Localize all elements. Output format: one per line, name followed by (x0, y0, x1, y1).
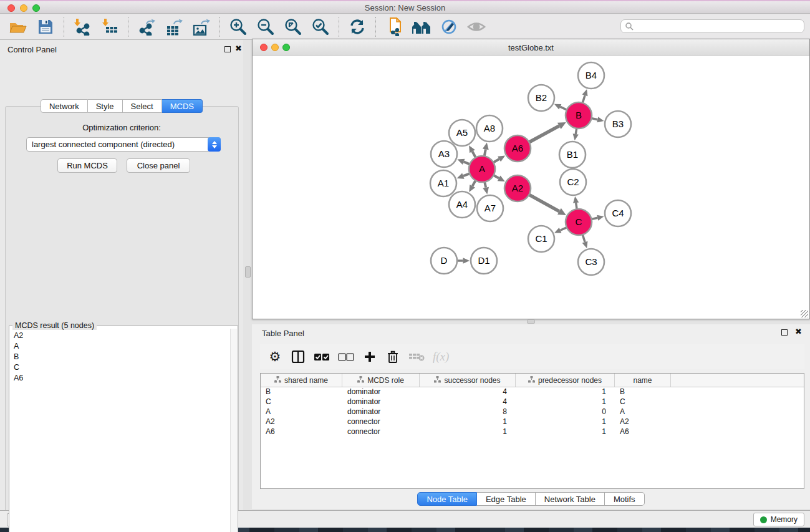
resize-grip-icon[interactable] (801, 310, 808, 317)
graph-node-A1[interactable]: A1 (430, 170, 456, 196)
graph-node-B3[interactable]: B3 (605, 111, 631, 137)
cell-MCDS-role[interactable]: dominator (342, 397, 420, 407)
cell-predecessor-nodes[interactable]: 1 (516, 417, 615, 427)
delete-row-icon[interactable] (385, 348, 400, 365)
tab-network-table[interactable]: Network Table (536, 492, 605, 506)
cell-name[interactable]: A (615, 407, 671, 417)
result-item[interactable]: A (9, 341, 230, 351)
column-header-shared-name[interactable]: shared name (261, 374, 342, 387)
add-row-icon[interactable] (362, 348, 377, 365)
cell-MCDS-role[interactable]: dominator (342, 387, 420, 397)
cell-predecessor-nodes[interactable]: 1 (516, 427, 615, 437)
graph-node-C3[interactable]: C3 (578, 249, 604, 275)
zoom-in-icon[interactable] (228, 17, 249, 37)
run-mcds-button[interactable]: Run MCDS (57, 158, 117, 173)
cell-MCDS-role[interactable]: connector (342, 427, 420, 437)
new-network-from-file-icon[interactable] (383, 17, 405, 37)
column-header-name[interactable]: name (615, 374, 671, 387)
unselect-all-icon[interactable] (338, 348, 354, 365)
table-row[interactable]: Cdominator41C (261, 397, 804, 407)
refresh-view-icon[interactable] (347, 17, 368, 37)
graph-node-D1[interactable]: D1 (471, 248, 497, 274)
graph-node-C1[interactable]: C1 (528, 226, 554, 252)
import-network-icon[interactable] (72, 17, 93, 37)
cell-predecessor-nodes[interactable]: 1 (516, 397, 615, 407)
edge-A6-B[interactable] (528, 126, 559, 143)
table-row[interactable]: Adominator80A (261, 407, 804, 417)
zoom-selected-icon[interactable] (310, 17, 331, 37)
zoom-out-icon[interactable] (255, 17, 276, 37)
cell-successor-nodes[interactable]: 8 (420, 407, 516, 417)
select-all-icon[interactable] (314, 348, 330, 365)
graph-node-B4[interactable]: B4 (578, 62, 604, 89)
graph-node-B[interactable]: B (566, 102, 592, 128)
export-image-icon[interactable] (191, 17, 212, 37)
tab-select[interactable]: Select (123, 99, 162, 113)
graph-node-A4[interactable]: A4 (449, 191, 475, 218)
graph-node-C2[interactable]: C2 (560, 169, 586, 195)
cell-name[interactable]: C (615, 397, 671, 407)
show-graphics-details-icon[interactable] (466, 17, 487, 37)
first-neighbors-icon[interactable] (411, 17, 432, 37)
column-header-MCDS-role[interactable]: MCDS role (342, 374, 420, 387)
tab-node-table[interactable]: Node Table (417, 492, 477, 506)
column-header-successor-nodes[interactable]: successor nodes (420, 374, 516, 387)
cell-successor-nodes[interactable]: 1 (420, 427, 516, 437)
tab-edge-table[interactable]: Edge Table (477, 492, 536, 506)
graph-node-A2[interactable]: A2 (504, 175, 531, 201)
hide-graphics-details-icon[interactable] (438, 17, 460, 37)
tab-motifs[interactable]: Motifs (605, 492, 645, 506)
cell-successor-nodes[interactable]: 1 (420, 417, 516, 427)
float-panel-icon[interactable] (224, 46, 231, 52)
graph-node-B1[interactable]: B1 (559, 142, 586, 168)
graph-node-A6[interactable]: A6 (504, 135, 531, 162)
graph-node-C4[interactable]: C4 (605, 200, 631, 226)
cell-shared-name[interactable]: B (261, 387, 342, 397)
show-column-icon[interactable] (291, 348, 306, 365)
result-scrollbar[interactable] (230, 329, 237, 532)
criterion-dropdown[interactable]: largest connected component (directed) (26, 137, 221, 152)
export-table-icon[interactable] (163, 17, 185, 37)
table-row[interactable]: A6connector11A6 (261, 427, 804, 437)
result-item[interactable]: B (9, 351, 230, 362)
result-item[interactable]: A2 (9, 330, 230, 341)
graph-node-A5[interactable]: A5 (449, 120, 475, 146)
column-header-predecessor-nodes[interactable]: predecessor nodes (516, 374, 615, 387)
search-input[interactable] (620, 19, 804, 33)
vertical-split-handle[interactable] (245, 266, 251, 278)
cell-predecessor-nodes[interactable]: 0 (516, 407, 615, 417)
import-table-icon[interactable] (99, 17, 120, 37)
cell-MCDS-role[interactable]: dominator (342, 407, 420, 417)
close-panel-button[interactable]: Close panel (127, 158, 190, 173)
float-table-panel-icon[interactable] (781, 329, 788, 336)
cell-shared-name[interactable]: A (261, 407, 342, 417)
table-row[interactable]: A2connector11A2 (261, 417, 804, 427)
tab-mcds[interactable]: MCDS (162, 99, 203, 113)
cell-successor-nodes[interactable]: 4 (420, 387, 516, 397)
close-panel-icon[interactable]: ✖ (235, 44, 242, 53)
close-table-panel-icon[interactable]: ✖ (795, 327, 802, 336)
cell-shared-name[interactable]: C (261, 397, 342, 407)
cell-name[interactable]: B (615, 387, 671, 397)
tab-network[interactable]: Network (41, 99, 88, 113)
cell-name[interactable]: A2 (615, 417, 671, 427)
cell-shared-name[interactable]: A6 (261, 427, 342, 437)
graph-node-C[interactable]: C (566, 209, 592, 235)
cell-name[interactable]: A6 (615, 427, 671, 437)
export-network-icon[interactable] (136, 17, 157, 37)
graph-node-D[interactable]: D (431, 248, 457, 274)
cell-MCDS-role[interactable]: connector (342, 417, 420, 427)
result-item[interactable]: C (9, 362, 230, 372)
open-file-icon[interactable] (7, 17, 29, 37)
horizontal-split-handle[interactable] (527, 319, 535, 324)
result-item[interactable]: A6 (9, 372, 230, 383)
cell-shared-name[interactable]: A2 (261, 417, 342, 427)
graph-node-A8[interactable]: A8 (476, 115, 503, 142)
save-session-icon[interactable] (35, 17, 56, 37)
table-row[interactable]: Bdominator41B (261, 387, 804, 397)
edge-A2-C[interactable] (528, 194, 559, 211)
network-canvas[interactable]: AA1A2A3A4A5A6A7A8BB1B2B3B4CC1C2C3C4DD1 (253, 56, 809, 319)
settings-gear-icon[interactable]: ⚙ (268, 348, 282, 365)
graph-node-A[interactable]: A (469, 156, 495, 182)
cell-successor-nodes[interactable]: 4 (420, 397, 516, 407)
